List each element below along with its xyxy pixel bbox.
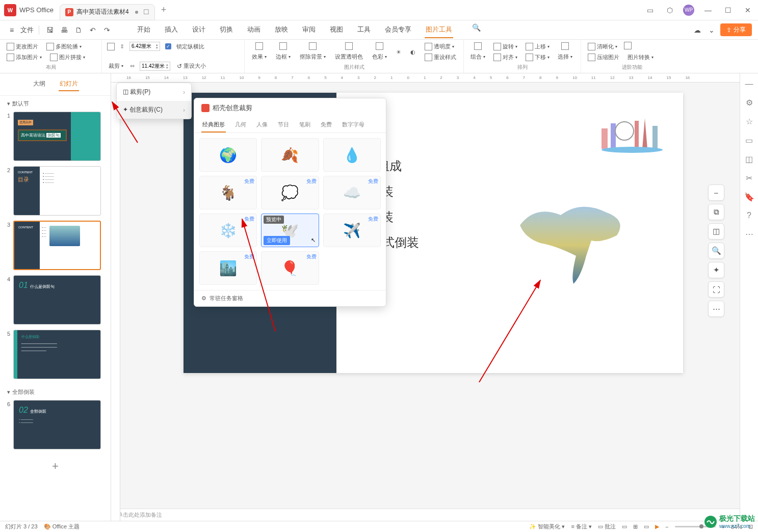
file-menu[interactable]: 文件 [20, 25, 34, 35]
crop-template-1[interactable]: 🌍 [199, 138, 257, 172]
remove-bg-button[interactable]: 抠除背景▾ [298, 52, 327, 62]
crop-template-7[interactable]: 免费❄️ [199, 214, 257, 247]
move-up-button[interactable]: 上移▾ [524, 42, 551, 51]
view-slideshow-icon[interactable]: ▶ [655, 523, 659, 530]
border-button[interactable]: 边框▾ [274, 52, 292, 62]
crop-icon[interactable] [107, 43, 115, 50]
rail-bookmark-icon[interactable]: 🔖 [744, 192, 754, 202]
slide-thumb-6[interactable]: 02 全部倒装◦ ————◦ ———— [13, 400, 101, 449]
crop-template-4[interactable]: 免费🐐 [199, 176, 257, 209]
status-remark[interactable]: ≡ 备注 ▾ [571, 523, 592, 530]
appbox-icon[interactable]: ▭ [644, 4, 657, 16]
dock-taskpane-button[interactable]: ⚙常驻任务窗格 [194, 290, 386, 306]
user-avatar[interactable]: WP [683, 5, 694, 16]
hamburger-icon[interactable]: ≡ [6, 24, 17, 36]
status-theme[interactable]: 🎨 Office 主题 [44, 523, 80, 530]
group-icon[interactable] [474, 42, 482, 50]
crop-template-3[interactable]: 💧 [323, 138, 381, 172]
float-more-button[interactable]: ⋯ [708, 301, 724, 317]
section-default[interactable]: ▾默认节 [0, 96, 111, 112]
view-normal-icon[interactable]: ▭ [622, 523, 627, 530]
rail-more-icon[interactable]: ⋯ [745, 229, 753, 239]
crop-menu-item[interactable]: ◫ 裁剪(P)› [117, 83, 191, 101]
collapse-ribbon-icon[interactable]: ⌄ [706, 24, 717, 36]
slide-thumb-5[interactable]: 什么是倒装·——————————————————————————— [13, 330, 101, 379]
crop-template-bird[interactable]: 预览中🕊️立即使用↖ [261, 214, 319, 247]
reset-size-button[interactable]: ↺重设大小 [175, 61, 207, 71]
transparent-color-icon[interactable] [345, 42, 353, 50]
float-search-button[interactable]: 🔍 [708, 243, 724, 259]
float-minus-button[interactable]: − [708, 184, 724, 201]
crop-tab-geometry[interactable]: 几何 [234, 118, 247, 132]
save-icon[interactable]: 🖫 [44, 24, 56, 36]
menu-tab-transition[interactable]: 切换 [219, 22, 234, 38]
outline-tab[interactable]: 大纲 [32, 77, 46, 91]
brightness-icon[interactable]: ☀ [395, 48, 403, 57]
crop-template-9[interactable]: 免费✈️ [323, 214, 381, 247]
picture-join-button[interactable]: 图片拼接▾ [48, 52, 87, 62]
rail-settings-icon[interactable]: ⚙ [746, 98, 753, 108]
convert-icon[interactable] [624, 42, 632, 49]
undo-icon[interactable]: ↶ [87, 24, 98, 36]
float-magic-button[interactable]: ✦ [708, 262, 724, 278]
bird-crop-image[interactable] [515, 195, 632, 286]
menu-tab-view[interactable]: 视图 [329, 22, 344, 38]
transparent-color-button[interactable]: 设置透明色 [333, 52, 364, 62]
slide-thumb-3[interactable]: CONTENT▪ —▪ —▪ —▪ — [13, 221, 101, 270]
view-reading-icon[interactable]: ▭ [644, 523, 649, 530]
remove-bg-icon[interactable] [309, 42, 317, 50]
status-criticize[interactable]: ▭ 批注 [598, 523, 616, 530]
crop-template-5[interactable]: 免费💭 [261, 176, 319, 209]
menu-tab-tools[interactable]: 工具 [356, 22, 372, 38]
compress-button[interactable]: 压缩图片 [586, 52, 621, 62]
crop-tab-festival[interactable]: 节日 [277, 118, 290, 132]
tab-add-icon[interactable]: + [161, 5, 167, 15]
menu-tab-insert[interactable]: 插入 [164, 22, 179, 38]
transparency-button[interactable]: 透明度▾ [423, 42, 458, 51]
width-input[interactable]: 11.42厘米▴▾ [140, 62, 170, 71]
redo-icon[interactable]: ↷ [101, 24, 113, 36]
slide-thumb-1[interactable]: 适用高中高中英语语法 倒装句 [13, 112, 101, 161]
slides-tab[interactable]: 幻灯片 [59, 77, 79, 91]
contrast-icon[interactable]: ◐ [409, 48, 417, 57]
share-button[interactable]: ⇪分享 [720, 23, 752, 36]
crop-tab-classic[interactable]: 经典图形 [201, 118, 226, 132]
cube-icon[interactable]: ⬡ [664, 4, 676, 16]
crop-tab-alphanumeric[interactable]: 数字字母 [341, 118, 365, 132]
menu-tab-picture-tools[interactable]: 图片工具 [425, 22, 453, 38]
crop-tab-brush[interactable]: 笔刷 [298, 118, 311, 132]
crop-template-2[interactable]: 🍂 [261, 138, 319, 172]
status-beautify[interactable]: ✨ 智能美化 ▾ [529, 523, 565, 530]
rail-template-icon[interactable]: ◫ [745, 154, 753, 164]
lock-ratio-checkbox[interactable]: ✓ [165, 43, 171, 49]
tab-close-icon[interactable]: ☐ [143, 8, 149, 16]
crop-template-11[interactable]: 免费🎈 [261, 251, 319, 285]
crop-template-6[interactable]: 免费☁️ [323, 176, 381, 209]
border-icon[interactable] [279, 42, 287, 50]
menu-tab-vip[interactable]: 会员专享 [384, 22, 412, 38]
cloud-icon[interactable]: ☁ [692, 24, 703, 36]
menu-tab-review[interactable]: 审阅 [301, 22, 317, 38]
window-maximize[interactable]: ☐ [722, 4, 735, 16]
sharpen-button[interactable]: 清晰化▾ [586, 42, 619, 51]
move-down-button[interactable]: 下移▾ [524, 52, 551, 62]
color-button[interactable]: 色彩▾ [371, 52, 388, 62]
change-picture-button[interactable]: 更改图片 [5, 42, 40, 51]
rail-star-icon[interactable]: ☆ [746, 117, 753, 126]
effect-icon[interactable] [255, 42, 263, 50]
rail-menu-icon[interactable]: — [745, 79, 753, 89]
search-icon[interactable]: 🔍 [471, 22, 482, 33]
apply-crop-button[interactable]: 立即使用 [264, 236, 290, 245]
align-button[interactable]: 对齐▾ [492, 52, 519, 62]
zoom-out-icon[interactable]: − [665, 524, 668, 530]
rotate-button[interactable]: 旋转▾ [492, 42, 519, 51]
window-close[interactable]: ✕ [742, 4, 754, 16]
section-all-invert[interactable]: ▾全部倒装 [0, 384, 107, 400]
float-crop-button[interactable]: ◫ [708, 223, 724, 240]
color-icon[interactable] [376, 42, 383, 50]
crop-tab-portrait[interactable]: 人像 [255, 118, 269, 132]
document-tab[interactable]: P 高中英语语法素材4 ☐ [60, 4, 155, 20]
menu-tab-animation[interactable]: 动画 [246, 22, 262, 38]
rail-present-icon[interactable]: ▭ [745, 136, 753, 145]
crop-template-10[interactable]: 免费🏙️ [199, 251, 257, 285]
